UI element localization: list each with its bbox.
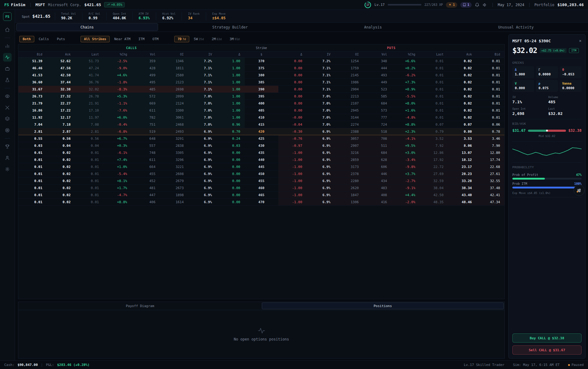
bottom-tab-positions[interactable]: Positions	[262, 302, 504, 309]
chain-cell: 7.0%	[188, 93, 216, 100]
chain-cell: 0.02	[47, 199, 75, 205]
tab-chains[interactable]: Chains	[16, 23, 158, 31]
sidebar-item-watchlist[interactable]	[3, 92, 12, 101]
filter-expiry-3m[interactable]: 3M91d	[226, 36, 243, 42]
chain-cell: 22.68	[476, 163, 504, 170]
filter-side-puts[interactable]: Puts	[54, 36, 69, 42]
chain-cell: 17.22	[47, 107, 75, 114]
chain-row-405[interactable]: 16.8617.2217.10-7.6%61133007.0%1.004050.…	[18, 107, 504, 114]
chain-cell: +1.7%	[103, 184, 131, 191]
xp-progress-bar	[388, 4, 421, 6]
chain-cell: 27.32	[47, 93, 75, 100]
chain-cell: 7.0%	[188, 114, 216, 121]
eye-icon	[5, 94, 10, 99]
bidask-slider[interactable]	[528, 130, 566, 132]
xp-text: 227/263 XP	[424, 3, 443, 6]
close-icon[interactable]: ×	[579, 38, 582, 43]
filter-strikes-all-strikes[interactable]: All Strikes	[81, 36, 110, 42]
chain-row-370[interactable]: 51.3952.6251.73-2.5%35913467.2%1.003700.…	[18, 58, 504, 65]
chain-cell: 416	[363, 199, 391, 205]
chain-cell: 0.01	[420, 107, 448, 114]
chain-row-435[interactable]: 0.010.020.01-6.1%74833056.9%0.00435-1.00…	[18, 149, 504, 156]
chain-row-440[interactable]: 0.010.020.01+7.4%61132966.9%0.00440-1.00…	[18, 156, 504, 163]
column-header: Δ	[278, 53, 307, 56]
chain-cell: 0.01	[18, 163, 47, 170]
filter-strikes-otm[interactable]: OTM	[149, 36, 162, 42]
sidebar-item-goals[interactable]	[3, 126, 12, 135]
sidebar-item-options[interactable]	[3, 53, 12, 62]
strike-value: 410	[245, 114, 278, 121]
filter-expiry-7d[interactable]: 7D7d	[174, 36, 189, 42]
filter-strikes-itm[interactable]: ITM	[135, 36, 148, 42]
tab-unusual-activity[interactable]: Unusual Activity	[445, 23, 587, 31]
sidebar-item-profile[interactable]	[3, 154, 12, 162]
filter-expiry-2m[interactable]: 2M63d	[208, 36, 225, 42]
chain-row-380[interactable]: 41.5342.5041.74+4.6%49925807.1%1.003800.…	[18, 72, 504, 79]
chain-row-410[interactable]: 11.9212.1711.97+6.0%78230617.0%1.00410-0…	[18, 114, 504, 121]
chain-row-390[interactable]: 31.6732.3832.02-8.3%48526987.1%1.003900.…	[18, 86, 504, 93]
sidebar-item-portfolio[interactable]	[3, 64, 12, 73]
chain-row-430[interactable]: 0.030.040.04+0.3%55728386.9%0.03430-0.97…	[18, 142, 504, 149]
tab-strategy-builder[interactable]: Strategy Builder	[159, 23, 301, 31]
filter-expiry-5w[interactable]: 5W35d	[190, 36, 207, 42]
sidebar-item-achievements[interactable]	[3, 142, 12, 151]
chain-row-460[interactable]: 0.010.020.01+1.7%48126736.9%0.00460-1.00…	[18, 184, 504, 192]
chain-cell: 0.00	[216, 163, 244, 170]
sell-call-button[interactable]: Sell CALL @ $31.67	[512, 345, 582, 355]
filter-strikes-near-atm[interactable]: Near ATM	[111, 36, 134, 42]
bottom-tab-payoff-diagram[interactable]: Payoff Diagram	[19, 302, 261, 309]
chain-cell: 585	[363, 93, 391, 100]
streak-badge[interactable]: 1	[446, 2, 457, 8]
layers-icon	[5, 116, 10, 121]
chain-cell: 669	[131, 100, 160, 107]
sidebar-item-lab[interactable]	[3, 76, 12, 84]
chain-cell: 12.86	[420, 149, 448, 156]
chain-row-375[interactable]: 46.4647.5647.24-9.0%42818117.1%1.003750.…	[18, 65, 504, 72]
chain-rows: 51.3952.6251.73-2.5%35913467.2%1.003700.…	[18, 58, 504, 206]
sim-status[interactable]: Paused	[568, 363, 584, 367]
quick-settings-button[interactable]	[574, 185, 585, 196]
chain-cell: 0.01	[476, 100, 504, 107]
chain-row-420[interactable]: 2.812.872.81-6.8%51924936.9%0.70420-0.30…	[18, 128, 504, 135]
chain-row-400[interactable]: 21.7922.2721.91-1.1%66921247.0%1.004000.…	[18, 100, 504, 107]
sidebar-item-home[interactable]	[3, 25, 12, 34]
filter-side-both[interactable]: Both	[19, 36, 34, 42]
chain-cell: -8.3%	[103, 86, 131, 93]
chain-row-455[interactable]: 0.010.020.01+8.1%45226796.9%0.00455-1.00…	[18, 177, 504, 184]
portfolio-label: Portfolio	[534, 3, 554, 7]
chain-row-450[interactable]: 0.010.020.01-5.4%45526086.9%0.00450-1.00…	[18, 170, 504, 177]
chain-cell: +2.3%	[391, 128, 420, 135]
chain-cell: 7.1%	[307, 65, 335, 71]
sound-button[interactable]	[483, 2, 488, 7]
chain-row-465[interactable]: 0.010.020.01-4.7%44718986.9%0.00465-1.00…	[18, 192, 504, 199]
stat-value: 34	[188, 16, 200, 20]
chain-row-385[interactable]: 36.6037.4436.76-1.8%49521237.1%1.003850.…	[18, 79, 504, 86]
chain-cell: 0.80	[448, 128, 476, 135]
lessons-badge[interactable]: 1	[460, 2, 472, 8]
chain-cell: 0.02	[448, 72, 476, 78]
strike-value: 385	[245, 79, 278, 86]
buy-call-button[interactable]: Buy CALL @ $32.38	[512, 333, 582, 343]
prob-profit-label: Prob of Profit	[512, 173, 538, 177]
chain-row-415[interactable]: 7.047.187.08-0.4%75124687.0%0.96415-0.04…	[18, 121, 504, 128]
level-label: Lv.17	[375, 3, 385, 7]
column-header: Bid	[18, 53, 47, 56]
sidebar-item-lessons[interactable]	[3, 115, 12, 123]
strike-value: 405	[245, 107, 278, 114]
chain-cell: 664	[131, 163, 160, 170]
filter-side-calls[interactable]: Calls	[36, 36, 52, 42]
tab-analysis[interactable]: Analysis	[302, 23, 444, 31]
chain-row-445[interactable]: 0.010.020.01+1.0%66432216.9%0.00445-1.00…	[18, 163, 504, 170]
chain-cell: 0.02	[448, 93, 476, 100]
sidebar-item-charts[interactable]	[3, 42, 12, 50]
chain-cell: 3173	[335, 163, 363, 170]
chain-row-470[interactable]: 0.010.020.01+8.8%40616146.9%0.00470-1.00…	[18, 199, 504, 206]
chain-cell: -1.1%	[103, 100, 131, 107]
sidebar-item-settings[interactable]	[3, 165, 12, 173]
notifications-button[interactable]	[475, 2, 480, 7]
chain-row-425[interactable]: 0.550.560.56+6.7%64832916.9%0.24425-0.76…	[18, 135, 504, 142]
chain-row-395[interactable]: 26.7327.3226.78+5.3%57220997.0%1.003950.…	[18, 93, 504, 100]
sidebar-item-battles[interactable]	[3, 103, 12, 112]
sidebar-logo[interactable]: FS	[3, 12, 12, 21]
chain-cell: +7.4%	[103, 156, 131, 163]
